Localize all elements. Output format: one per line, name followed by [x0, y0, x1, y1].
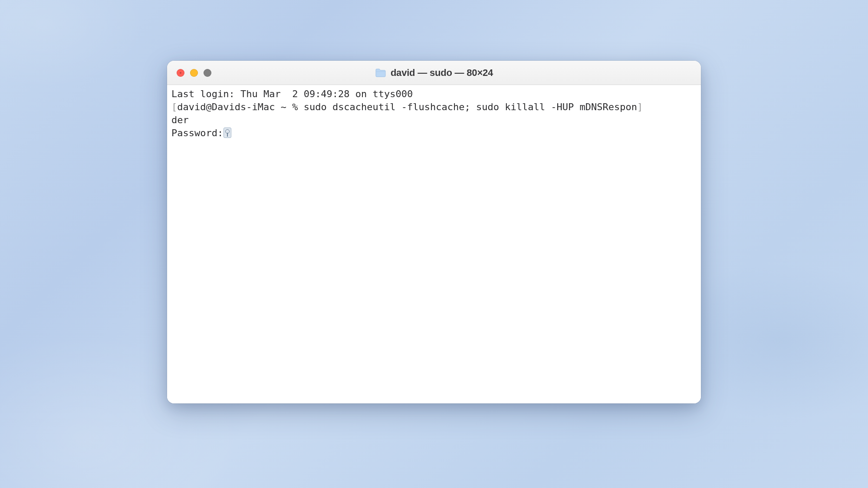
- window-title: david — sudo — 80×24: [391, 67, 493, 79]
- command-line: [david@Davids-iMac ~ % sudo dscacheutil …: [171, 101, 697, 114]
- bracket-close: ]: [637, 102, 643, 112]
- terminal-window: david — sudo — 80×24 Last login: Thu Mar…: [167, 61, 701, 403]
- minimize-button[interactable]: [190, 69, 198, 77]
- window-title-group: david — sudo — 80×24: [167, 61, 701, 85]
- traffic-lights: [167, 69, 211, 77]
- password-label: Password:: [171, 128, 223, 138]
- password-line: Password:: [171, 127, 697, 140]
- terminal-output[interactable]: Last login: Thu Mar 2 09:49:28 on ttys00…: [167, 85, 701, 403]
- maximize-button[interactable]: [204, 69, 211, 77]
- command-wrap-line: der: [171, 114, 697, 127]
- titlebar[interactable]: david — sudo — 80×24: [167, 61, 701, 85]
- folder-icon: [375, 68, 386, 78]
- key-icon: [224, 128, 231, 138]
- bracket-open: [: [171, 102, 177, 112]
- close-button[interactable]: [177, 69, 184, 77]
- command-text-part1: sudo dscacheutil -flushcache; sudo killa…: [304, 102, 637, 112]
- shell-prompt: david@Davids-iMac ~ %: [177, 102, 303, 112]
- last-login-line: Last login: Thu Mar 2 09:49:28 on ttys00…: [171, 88, 697, 101]
